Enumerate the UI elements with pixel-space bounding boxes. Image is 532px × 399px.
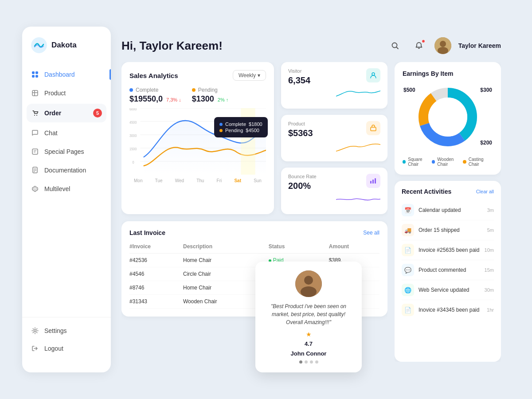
notification-dot xyxy=(422,39,425,43)
sidebar-item-documentation[interactable]: Documentation xyxy=(22,161,111,179)
complete-change: 7,3% ↓ xyxy=(166,97,181,102)
period-selector[interactable]: Weekly ▾ xyxy=(233,70,266,81)
invoice-num: #4546 xyxy=(129,267,183,281)
col-amount: Amount xyxy=(329,242,379,254)
sidebar-item-logout[interactable]: Logout xyxy=(22,340,111,357)
activity-icon-calendar: 📅 xyxy=(402,204,414,216)
activity-icon-comment: 💬 xyxy=(402,264,414,276)
brand-name: Dakota xyxy=(51,41,77,50)
activity-icon-invoice2: 📄 xyxy=(402,304,414,316)
review-stars: ★ xyxy=(264,331,353,338)
activity-text: Product commented xyxy=(419,267,480,273)
activity-time: 15m xyxy=(485,267,494,273)
svg-line-21 xyxy=(396,47,398,49)
sidebar-item-chat[interactable]: Chat xyxy=(22,124,111,142)
col-invoice: #Invoice xyxy=(129,242,183,254)
earnings-card: Earnings By Item xyxy=(395,62,501,175)
svg-rect-10 xyxy=(32,149,38,154)
activity-text: Invoice #25635 been paid xyxy=(419,247,480,253)
sidebar-item-label: Documentation xyxy=(44,167,86,174)
svg-point-9 xyxy=(36,115,37,116)
review-dot-2[interactable] xyxy=(305,360,308,364)
search-button[interactable] xyxy=(387,37,403,54)
sidebar-item-label: Order xyxy=(44,110,61,117)
sidebar-item-multilevel[interactable]: Multilevel xyxy=(22,180,111,198)
sales-analytics-card: Sales Analytics Weekly ▾ Complete xyxy=(121,62,274,214)
analytics-header: Sales Analytics Weekly ▾ xyxy=(129,70,266,81)
review-dot-4[interactable] xyxy=(315,360,318,364)
review-dot-1[interactable] xyxy=(299,360,302,364)
sidebar-logo: Dakota xyxy=(22,37,111,66)
review-avatar xyxy=(295,270,322,297)
activity-text: Calendar updated xyxy=(419,207,483,213)
settings-icon xyxy=(31,327,39,335)
sidebar-item-special-pages[interactable]: Special Pages xyxy=(22,143,111,160)
notification-button[interactable] xyxy=(411,37,427,54)
review-dot-3[interactable] xyxy=(310,360,313,364)
donut-label-300: $300 xyxy=(480,87,492,93)
review-author: John Connor xyxy=(264,350,353,357)
page-greeting: Hi, Taylor Kareem! xyxy=(121,39,223,53)
bounce-icon xyxy=(366,174,380,188)
x-axis-labels: Mon Tue Wed Thu Fri Sat Sun xyxy=(129,178,266,183)
review-text: "Best Product i've been seen on market, … xyxy=(264,302,353,326)
sidebar-item-label: Multilevel xyxy=(44,185,70,192)
multilevel-icon xyxy=(31,185,39,193)
svg-point-20 xyxy=(392,43,397,48)
invoice-header: Last Invoice See all xyxy=(129,229,379,236)
clear-all-button[interactable]: Clear all xyxy=(476,189,494,194)
activity-item: 📄 Invoice #25635 been paid 10m xyxy=(402,240,494,260)
invoice-num: #42536 xyxy=(129,254,183,267)
sidebar-item-label: Dashboard xyxy=(44,71,75,78)
sidebar-item-order[interactable]: Order 5 xyxy=(27,104,106,122)
svg-text:4500: 4500 xyxy=(129,120,137,125)
activities-header: Recent Activities Clear all xyxy=(402,188,494,195)
svg-rect-40 xyxy=(370,181,372,184)
sidebar-item-dashboard[interactable]: Dashboard xyxy=(22,66,111,83)
bounce-label: Bounce Rate xyxy=(288,174,317,179)
visitor-icon xyxy=(366,68,380,82)
visitor-stat-card: Visitor 6,354 xyxy=(281,62,387,109)
analytics-legend: Complete $19550,0 7,3% ↓ xyxy=(129,87,266,104)
svg-marker-18 xyxy=(34,188,36,190)
product-icon xyxy=(366,121,380,135)
svg-point-23 xyxy=(440,41,446,47)
header-actions: Taylor Kareem xyxy=(387,37,501,54)
donut-label-200: $200 xyxy=(480,140,492,146)
invoice-see-all[interactable]: See all xyxy=(363,230,379,236)
order-icon xyxy=(31,109,39,117)
activity-icon-order: 🚚 xyxy=(402,224,414,236)
activity-text: Order 15 shipped xyxy=(419,227,483,233)
svg-point-8 xyxy=(34,115,35,116)
x-label-wed: Wed xyxy=(175,178,184,183)
recent-activities-card: Recent Activities Clear all 📅 Calendar u… xyxy=(395,181,501,362)
sidebar-item-product[interactable]: Product xyxy=(22,84,111,102)
top-row: Sales Analytics Weekly ▾ Complete xyxy=(121,62,387,214)
svg-point-38 xyxy=(372,73,375,75)
review-rating: 4.7 xyxy=(305,340,313,347)
review-card: "Best Product i've been seen on market, … xyxy=(255,262,362,372)
activity-text: Web Service updated xyxy=(419,287,480,293)
svg-rect-42 xyxy=(375,178,376,184)
pending-dot xyxy=(192,88,196,92)
chat-icon xyxy=(31,129,39,137)
sidebar: Dakota Dashboard xyxy=(22,27,111,372)
product-stat-value: $5363 xyxy=(288,128,313,138)
complete-legend: Complete $19550,0 7,3% ↓ xyxy=(129,87,181,104)
visitor-label: Visitor xyxy=(288,68,310,74)
svg-marker-17 xyxy=(32,186,38,192)
activity-item: 🌐 Web Service updated 30m xyxy=(402,280,494,300)
activity-icon-invoice1: 📄 xyxy=(402,244,414,256)
svg-rect-4 xyxy=(35,75,38,78)
activity-time: 5m xyxy=(487,227,494,233)
activity-item: 🚚 Order 15 shipped 5m xyxy=(402,220,494,240)
x-label-tue: Tue xyxy=(155,178,163,183)
svg-point-24 xyxy=(438,47,448,54)
sidebar-item-label: Settings xyxy=(44,327,67,334)
pending-legend: Pending $1300 2% ↑ xyxy=(192,87,229,104)
sidebar-item-settings[interactable]: Settings xyxy=(22,322,111,340)
product-icon xyxy=(31,89,39,97)
x-label-sun: Sun xyxy=(254,178,262,183)
svg-rect-5 xyxy=(32,90,38,96)
complete-value: $19550,0 xyxy=(129,94,163,104)
